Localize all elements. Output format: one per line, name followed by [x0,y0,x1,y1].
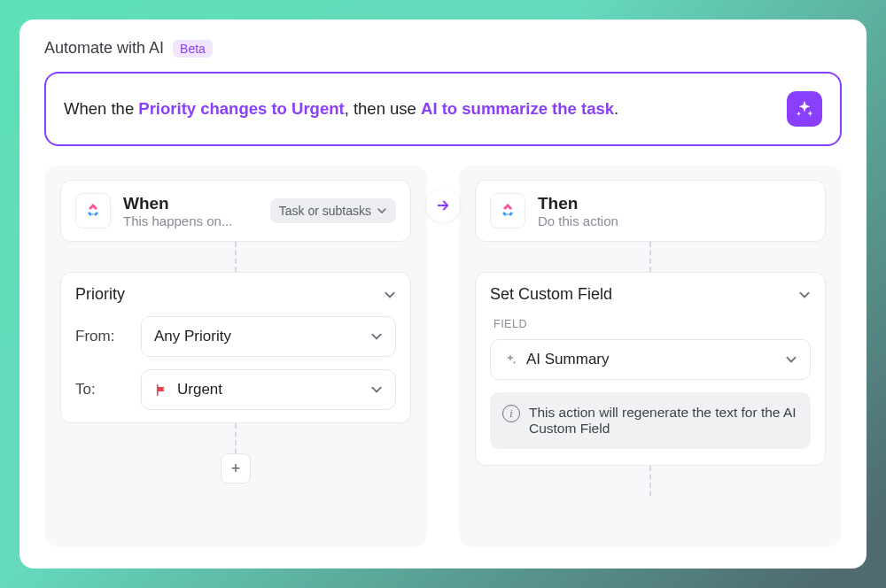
chevron-down-icon [370,383,383,396]
action-label: Set Custom Field [490,285,612,304]
then-header-card: Then Do this action [475,180,826,242]
page-title: Automate with AI [44,39,164,58]
to-label: To: [75,381,128,398]
from-row: From: Any Priority [75,316,396,357]
from-selector[interactable]: Any Priority [141,316,396,357]
chevron-down-icon [785,353,797,366]
app-icon [75,193,111,228]
to-selector[interactable]: Urgent [141,369,396,410]
header: Automate with AI Beta [44,39,842,58]
field-section-label: FIELD [494,318,807,330]
chevron-down-icon [798,289,811,301]
flow-arrow [426,189,460,222]
prompt-trigger: Priority changes to Urgent [138,99,344,118]
when-title: When [123,194,232,213]
arrow-right-icon [435,197,451,213]
automation-builder: Automate with AI Beta When the Priority … [19,19,867,569]
column-gap [427,166,459,546]
ai-prompt-bar[interactable]: When the Priority changes to Urgent, the… [44,72,842,146]
field-selector[interactable]: AI Summary [490,339,811,380]
to-row: To: Urgent [75,369,396,410]
condition-field-label: Priority [75,285,125,304]
from-label: From: [75,328,128,345]
sparkle-icon [503,352,517,367]
info-text: This action will regenerate the text for… [529,405,798,437]
condition-field-selector[interactable]: Priority [75,285,396,304]
then-subtitle: Do this action [538,213,618,228]
clickup-icon [497,200,518,221]
flag-icon [154,383,168,397]
beta-badge: Beta [173,40,213,58]
field-value: AI Summary [526,351,610,368]
prompt-middle: , then use [345,99,421,118]
info-message: i This action will regenerate the text f… [490,392,811,449]
chevron-down-icon [377,205,387,216]
when-column: When This happens on... Task or subtasks… [44,166,427,546]
prompt-prefix: When the [64,99,138,118]
flow-columns: When This happens on... Task or subtasks… [44,166,842,546]
prompt-action: AI to summarize the task [421,99,614,118]
connector-line [649,466,651,496]
when-header-card: When This happens on... Task or subtasks [60,180,411,242]
then-title: Then [538,194,618,213]
add-condition-button[interactable]: + [221,453,251,484]
then-column: Then Do this action Set Custom Field FIE… [459,166,842,546]
action-card: Set Custom Field FIELD AI Summary i [475,272,826,466]
chevron-down-icon [384,289,396,301]
clickup-icon [82,200,104,221]
prompt-suffix: . [614,99,618,118]
app-icon [490,193,525,228]
connector-line [235,423,237,453]
condition-card: Priority From: Any Priority To: [60,272,411,423]
chevron-down-icon [370,330,383,343]
plus-icon: + [231,460,241,478]
sparkle-icon [795,99,814,119]
from-value: Any Priority [154,328,231,345]
scope-selector[interactable]: Task or subtasks [270,198,396,223]
scope-label: Task or subtasks [279,204,371,218]
info-icon: i [502,405,520,422]
connector-line [235,242,237,272]
when-subtitle: This happens on... [123,213,232,228]
prompt-text: When the Priority changes to Urgent, the… [64,99,618,119]
to-value: Urgent [177,381,222,398]
generate-ai-button[interactable] [787,91,822,127]
connector-line [649,242,651,272]
action-selector[interactable]: Set Custom Field [490,285,811,304]
